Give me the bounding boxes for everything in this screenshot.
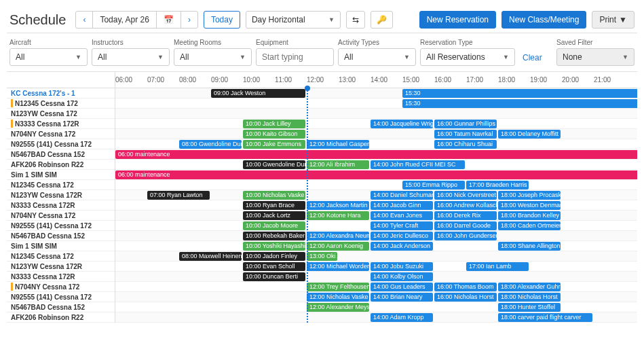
timeline-row[interactable]: 06:00 maintenance [115, 149, 637, 160]
reservation-event[interactable]: 09:00 Jack Weston [211, 89, 305, 98]
reservation-event[interactable]: 10:00 Evan Scholl [243, 262, 305, 271]
resource-row[interactable]: N5467BAD Cessna 152 [7, 231, 115, 241]
reservation-event[interactable]: 10:00 Rebekah Baker [243, 232, 305, 240]
reservation-event[interactable]: 15:30 [402, 89, 637, 98]
reservation-type-filter[interactable]: All Reservations▼ [420, 48, 515, 66]
timeline-row[interactable]: 09:00 Jack Weston15:30 [115, 88, 637, 98]
reservation-event[interactable]: 14:00 Adam Kropp [371, 313, 433, 322]
reservation-event[interactable]: 18:00 Alexander Guhr [498, 283, 561, 291]
reservation-event[interactable]: 06:00 maintenance [115, 150, 637, 159]
reservation-event[interactable]: 10:00 Yoshiki Hayashi [243, 242, 305, 251]
reservation-event[interactable]: 10:00 Jack Lortz [243, 211, 305, 220]
reservation-event[interactable]: 07:00 Ryan Lawton [147, 191, 210, 200]
timeline-row[interactable]: 10:00 Evan Scholl12:00 Michael Worden14:… [115, 261, 637, 272]
resource-row[interactable]: N123YW Cessna 172R [7, 190, 115, 200]
instructors-filter[interactable]: All▼ [92, 48, 170, 66]
reservation-event[interactable]: 18:00 Delaney Moffitt [498, 130, 561, 139]
reservation-event[interactable]: 10:00 Ryan Brace [243, 201, 305, 210]
timeline-row[interactable]: 15:00 Emma Rippo17:00 Braeden Harris [115, 180, 637, 190]
reservation-event[interactable]: 12:00 Alexandra Neumann [307, 232, 369, 240]
reservation-event[interactable]: 12:00 Ali Ibrahim [307, 160, 369, 169]
date-label[interactable]: Today, Apr 26 [92, 12, 156, 28]
reservation-event[interactable]: 14:00 Jobu Suzuki [371, 262, 433, 271]
reservation-event[interactable]: 12:00 Michael Gasper [307, 140, 369, 149]
reservation-event[interactable]: 12:00 Trey Felthousen [307, 283, 369, 291]
reservation-event[interactable]: 10:00 Jadon Finley [243, 252, 305, 261]
reservation-event[interactable]: 16:00 Gunnar Phillips [434, 120, 497, 128]
reservation-event[interactable]: 14:00 Jacob Ginn [371, 201, 433, 210]
resource-row[interactable]: N123YW Cessna 172R [7, 261, 115, 272]
timeline-row[interactable]: 08:00 Gwendoline Dunlop10:00 Jake Emmons… [115, 139, 637, 149]
print-button[interactable]: Print ▼ [592, 11, 634, 29]
meeting-rooms-filter[interactable]: All▼ [174, 48, 252, 66]
reservation-event[interactable]: 18:00 Hunter Stoffel [498, 303, 561, 312]
timeline-row[interactable]: 08:00 Maxwell Heinen10:00 Jadon Finley13… [115, 251, 637, 261]
reservation-event[interactable]: 16:00 Nick Overstreet [434, 191, 497, 200]
reservation-event[interactable]: 14:00 Daniel Schuman [371, 191, 433, 200]
reservation-event[interactable]: 14:00 Tyler Craft [371, 221, 433, 230]
reservation-event[interactable]: 18:00 Caden Ortmeier [498, 221, 561, 230]
timeline-row[interactable]: 10:00 Jack Lortz12:00 Kotone Hara14:00 E… [115, 211, 637, 221]
activity-types-filter[interactable]: All▼ [338, 48, 416, 66]
resource-row[interactable]: N3333 Cessna 172R [7, 272, 115, 282]
reservation-event[interactable]: 15:00 Emma Rippo [402, 181, 465, 189]
reservation-event[interactable]: 12:00 Aaron Koenig [307, 242, 369, 251]
view-mode-select[interactable]: Day Horizontal▼ [246, 11, 341, 29]
reservation-event[interactable]: 17:00 Braeden Harris [466, 181, 529, 189]
timeline-row[interactable]: 10:00 Yoshiki Hayashi12:00 Aaron Koenig1… [115, 241, 637, 251]
aircraft-filter[interactable]: All▼ [10, 48, 88, 66]
reservation-event[interactable]: 06:00 maintenance [115, 170, 637, 179]
reservation-event[interactable]: 16:00 Andrew Kollasch [434, 201, 497, 210]
reservation-event[interactable]: 10:00 Nicholas Vaske [243, 191, 305, 200]
reservation-event[interactable]: 12:00 Alexander Meysenb [307, 303, 369, 312]
timeline-row[interactable]: 12:00 Nicholas Vaske14:00 Brian Neary16:… [115, 292, 637, 302]
resource-row[interactable]: N704NY Cessna 172 [7, 282, 115, 292]
reservation-event[interactable]: 18:00 Nicholas Horst [498, 293, 561, 302]
reservation-event[interactable]: 08:00 Gwendoline Dunlop [179, 140, 242, 149]
reservation-event[interactable]: 14:00 Kolby Olson [371, 272, 433, 281]
timeline-row[interactable]: 10:00 Duncan Berti14:00 Kolby Olson [115, 272, 637, 282]
reservation-event[interactable]: 16:00 Thomas Boom [434, 283, 497, 291]
timeline-row[interactable]: 06:00 maintenance [115, 170, 637, 180]
new-class-button[interactable]: New Class/Meeting [501, 11, 586, 29]
reservation-event[interactable]: 10:00 Jake Emmons [243, 140, 305, 149]
clear-filters-button[interactable]: Clear [519, 50, 546, 66]
resource-row[interactable]: N704NY Cessna 172 [7, 129, 115, 139]
saved-filter-select[interactable]: None▼ [556, 48, 634, 66]
resource-row[interactable]: N92555 (141) Cessna 172 [7, 139, 115, 149]
reservation-event[interactable]: 13:00 Oki Asakura [307, 252, 337, 261]
resource-row[interactable]: AFK206 Robinson R22 [7, 160, 115, 170]
resource-row[interactable]: N12345 Cessna 172 [7, 180, 115, 190]
reservation-event[interactable]: 18:00 carver paid flight carver [498, 313, 592, 322]
reservation-event[interactable]: 10:00 Duncan Berti [243, 272, 305, 281]
next-day-button[interactable]: › [181, 12, 197, 28]
equipment-input[interactable] [256, 48, 334, 66]
resource-row[interactable]: N5467BAD Cessna 152 [7, 302, 115, 312]
reservation-event[interactable]: 12:00 Michael Worden [307, 262, 369, 271]
resource-row[interactable]: N12345 Cessna 172 [7, 98, 115, 109]
resource-row[interactable]: N123YW Cessna 172 [7, 109, 115, 119]
timeline-row[interactable]: 14:00 Adam Kropp18:00 carver paid flight… [115, 312, 637, 323]
reservation-event[interactable]: 12:00 Nicholas Vaske [307, 293, 369, 302]
prev-day-button[interactable]: ‹ [76, 12, 92, 28]
reservation-event[interactable]: 18:00 Brandon Kelley [498, 211, 561, 220]
reservation-event[interactable]: 08:00 Maxwell Heinen [179, 252, 242, 261]
timeline-row[interactable]: 10:00 Ryan Brace12:00 Jackson Martin14:0… [115, 200, 637, 211]
reservation-event[interactable]: 10:00 Jacob Moore [243, 221, 305, 230]
resource-row[interactable]: N3333 Cessna 172R [7, 119, 115, 129]
reservation-event[interactable]: 14:00 Brian Neary [371, 293, 433, 302]
timeline-row[interactable]: 10:00 Jack Lilley14:00 Jacqueline Wright… [115, 119, 637, 129]
reservation-event[interactable]: 16:00 Darrel Goode [434, 221, 497, 230]
resource-row[interactable]: N5467BAD Cessna 152 [7, 149, 115, 160]
timeline-row[interactable]: 07:00 Ryan Lawton10:00 Nicholas Vaske14:… [115, 190, 637, 200]
reservation-event[interactable]: 14:00 Jack Anderson [371, 242, 433, 251]
reservation-event[interactable]: 14:00 Jacqueline Wright [371, 120, 433, 128]
timeline-row[interactable]: 10:00 Gwendoline Dunlop12:00 Ali Ibrahim… [115, 160, 637, 170]
new-reservation-button[interactable]: New Reservation [419, 11, 496, 29]
reservation-event[interactable]: 10:00 Jack Lilley [243, 120, 305, 128]
reservation-event[interactable]: 17:00 Ian Lamb [466, 262, 529, 271]
resource-row[interactable]: Sim 1 SIM SIM [7, 241, 115, 251]
timeline-row[interactable]: 15:30 [115, 98, 637, 109]
timeline-row[interactable] [115, 109, 637, 119]
reservation-event[interactable]: 10:00 Kaito Gibson [243, 130, 305, 139]
